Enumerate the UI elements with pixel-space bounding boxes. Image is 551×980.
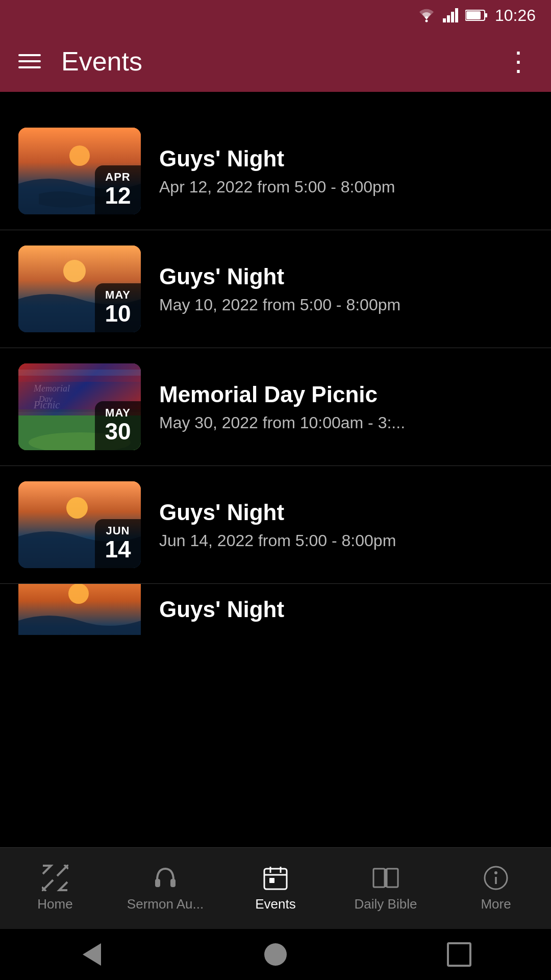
event-date-badge: MAY 10 [95,283,141,332]
hamburger-menu-button[interactable] [18,54,41,68]
event-thumbnail: JUN 14 [18,481,141,568]
nav-item-daily-bible[interactable]: Daily Bible [331,860,441,917]
nav-label-home: Home [37,896,72,912]
wifi-icon [417,8,436,22]
svg-point-9 [69,145,90,166]
event-details: Guys' Night May 10, 2022 from 5:00 - 8:0… [159,264,533,314]
event-date-badge: APR 12 [95,165,141,214]
event-title: Guys' Night [159,146,533,172]
svg-text:Memorial: Memorial [33,383,70,394]
event-title: Guys' Night [159,264,533,289]
svg-point-0 [425,20,428,22]
svg-point-25 [68,584,89,604]
svg-rect-36 [269,878,274,883]
event-item-partial[interactable]: Guys' Night [0,584,551,635]
nav-item-sermon[interactable]: Sermon Au... [110,860,220,917]
svg-point-42 [494,871,497,874]
status-time: 10:26 [495,6,536,25]
event-item[interactable]: APR 12 Guys' Night Apr 12, 2022 from 5:0… [0,112,551,230]
events-list: APR 12 Guys' Night Apr 12, 2022 from 5:0… [0,92,551,847]
event-datetime: Apr 12, 2022 from 5:00 - 8:00pm [159,178,533,197]
status-bar: 10:26 [0,0,551,31]
event-datetime: May 30, 2022 from 10:00am - 3:... [159,413,533,432]
event-day: 12 [104,184,132,207]
event-title: Guys' Night [159,500,533,525]
info-circle-icon [483,865,509,891]
svg-rect-31 [170,879,176,887]
app-bar: Events ⋮ [0,31,551,92]
status-icons: 10:26 [417,6,536,25]
svg-rect-16 [18,376,141,382]
nav-label-sermon: Sermon Au... [127,896,204,912]
bottom-nav: Home Sermon Au... Events Daily Bible [0,847,551,929]
svg-rect-30 [155,879,160,887]
event-title: Memorial Day Picnic [159,382,533,407]
event-item[interactable]: JUN 14 Guys' Night Jun 14, 2022 from 5:0… [0,466,551,584]
svg-rect-38 [387,869,398,887]
water-scene-partial-svg [18,584,141,635]
svg-rect-2 [447,15,450,22]
event-thumbnail: APR 12 [18,128,141,214]
svg-rect-37 [373,869,385,887]
home-icon [42,865,68,891]
event-datetime: May 10, 2022 from 5:00 - 8:00pm [159,296,533,314]
nav-label-more: More [481,896,511,912]
event-details: Guys' Night Jun 14, 2022 from 5:00 - 8:0… [159,500,533,550]
calendar-icon [262,865,289,891]
event-date-badge: JUN 14 [95,519,141,568]
nav-item-home[interactable]: Home [0,860,110,917]
svg-rect-1 [443,18,446,22]
svg-rect-4 [455,8,458,22]
nav-label-daily-bible: Daily Bible [355,896,417,912]
svg-rect-15 [18,370,141,376]
nav-item-more[interactable]: More [441,860,551,917]
svg-text:Picnic: Picnic [33,399,60,410]
home-button[interactable] [260,939,291,970]
svg-point-23 [66,497,88,519]
recents-button[interactable] [444,939,474,970]
battery-icon [465,9,488,22]
book-open-icon [372,865,399,891]
event-day: 10 [104,302,132,325]
event-details: Memorial Day Picnic May 30, 2022 from 10… [159,382,533,432]
svg-rect-3 [451,12,454,22]
nav-label-events: Events [255,896,296,912]
headphones-icon [152,865,179,891]
back-button[interactable] [77,939,107,970]
event-date-badge: MAY 30 [95,401,141,450]
event-item[interactable]: Memorial Day Picnic MAY 30 Memorial Day … [0,348,551,466]
page-title: Events [61,46,485,77]
svg-point-11 [63,260,86,282]
event-thumbnail [18,584,141,635]
svg-rect-7 [466,11,481,19]
nav-item-events[interactable]: Events [220,860,331,917]
event-item[interactable]: MAY 10 Guys' Night May 10, 2022 from 5:0… [0,230,551,348]
android-nav-bar [0,929,551,980]
event-title-partial: Guys' Night [159,597,533,622]
event-thumbnail: Memorial Day Picnic MAY 30 [18,363,141,450]
event-details: Guys' Night [159,597,533,622]
svg-rect-32 [264,869,287,889]
event-day: 14 [104,537,132,561]
event-day: 30 [104,420,132,443]
event-details: Guys' Night Apr 12, 2022 from 5:00 - 8:0… [159,146,533,197]
event-thumbnail: MAY 10 [18,246,141,332]
svg-text:Day: Day [38,395,53,404]
svg-rect-6 [485,13,487,17]
event-datetime: Jun 14, 2022 from 5:00 - 8:00pm [159,531,533,550]
svg-rect-14 [18,363,141,370]
more-vert-button[interactable]: ⋮ [505,48,533,75]
signal-icon [443,8,458,22]
